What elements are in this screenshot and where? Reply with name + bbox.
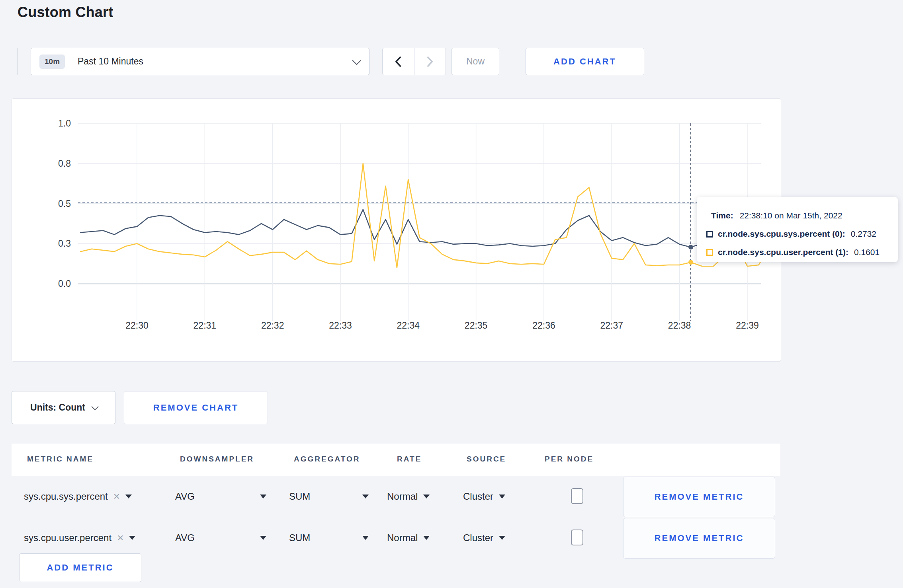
clear-metric-icon[interactable]: × — [117, 532, 123, 543]
caret-down-icon[interactable] — [260, 536, 266, 540]
caret-down-icon — [129, 536, 135, 540]
tooltip-series-name: cr.node.sys.cpu.sys.percent (0): — [718, 229, 845, 239]
metric-name-value: sys.cpu.sys.percent — [24, 491, 108, 502]
chart-card: 0.00.30.50.81.022:3022:3122:3222:3322:34… — [12, 98, 781, 362]
custom-chart-page: Custom Chart 10m Past 10 Minutes Now ADD… — [0, 0, 903, 588]
chevron-down-icon — [91, 403, 98, 410]
caret-down-icon — [125, 495, 132, 498]
crosshair-point — [688, 260, 693, 265]
units-select[interactable]: Units: Count — [12, 391, 115, 424]
tooltip-series-value: 0.1601 — [854, 247, 880, 257]
tooltip-series-row: cr.node.sys.cpu.user.percent (1): 0.1601 — [706, 245, 898, 259]
aggregator-select[interactable]: SUM — [289, 517, 310, 559]
add-chart-button[interactable]: ADD CHART — [526, 48, 644, 75]
downsampler-select[interactable]: AVG — [175, 476, 195, 517]
metric-row: sys.cpu.sys.percent × AVG SUM Normal Clu… — [12, 476, 780, 517]
page-title: Custom Chart — [18, 4, 113, 21]
tooltip-time-row: Time: 22:38:10 on Mar 15th, 2022 — [706, 209, 898, 222]
y-axis-tick-label: 0.5 — [58, 199, 71, 209]
now-button[interactable]: Now — [452, 48, 499, 75]
col-header-downsampler: DOWNSAMPLER — [180, 455, 254, 463]
series-swatch-icon — [706, 231, 713, 238]
remove-metric-button[interactable]: REMOVE METRIC — [623, 518, 775, 559]
x-axis-tick-label: 22:37 — [600, 320, 624, 331]
next-range-button[interactable] — [414, 48, 446, 75]
rate-select[interactable]: Normal — [387, 517, 430, 559]
col-header-metric-name: METRIC NAME — [27, 455, 94, 463]
cpu-usage-chart[interactable]: 0.00.30.50.81.022:3022:3122:3222:3322:34… — [12, 99, 781, 361]
time-range-badge: 10m — [39, 55, 65, 69]
units-label: Units: Count — [30, 402, 85, 413]
crosshair-point — [688, 245, 693, 249]
aggregator-select[interactable]: SUM — [289, 476, 310, 517]
caret-down-icon — [499, 495, 505, 498]
remove-metric-button[interactable]: REMOVE METRIC — [623, 477, 775, 517]
time-range-select[interactable]: 10m Past 10 Minutes — [31, 48, 369, 75]
caret-down-icon[interactable] — [362, 495, 369, 498]
caret-down-icon — [499, 536, 505, 540]
per-node-checkbox[interactable] — [571, 530, 583, 545]
tooltip-series-name: cr.node.sys.cpu.user.percent (1): — [718, 247, 848, 257]
chevron-right-icon — [424, 55, 436, 68]
remove-chart-button[interactable]: REMOVE CHART — [124, 391, 268, 424]
downsampler-value: AVG — [175, 491, 195, 502]
series-line — [80, 210, 770, 247]
x-axis-tick-label: 22:30 — [125, 320, 149, 331]
source-value: Cluster — [463, 532, 493, 543]
series-line — [80, 164, 770, 268]
tooltip-series-row: cr.node.sys.cpu.sys.percent (0): 0.2732 — [706, 227, 898, 241]
source-select[interactable]: Cluster — [463, 517, 505, 559]
y-axis-tick-label: 0.3 — [58, 238, 71, 249]
tooltip-series-value: 0.2732 — [851, 229, 876, 239]
chevron-down-icon — [352, 56, 362, 65]
rate-value: Normal — [387, 491, 418, 502]
aggregator-value: SUM — [289, 532, 310, 543]
clear-metric-icon[interactable]: × — [113, 491, 120, 502]
caret-down-icon — [423, 536, 430, 540]
x-axis-tick-label: 22:34 — [397, 320, 420, 331]
col-header-rate: RATE — [397, 455, 422, 463]
source-value: Cluster — [463, 491, 493, 502]
caret-down-icon[interactable] — [260, 495, 266, 498]
x-axis-tick-label: 22:35 — [465, 320, 488, 331]
remove-metric-label: REMOVE METRIC — [655, 492, 744, 502]
x-axis-tick-label: 22:38 — [668, 320, 691, 331]
remove-metric-label: REMOVE METRIC — [655, 533, 744, 543]
x-axis-tick-label: 22:32 — [261, 320, 284, 331]
chevron-left-icon — [393, 55, 404, 68]
y-axis-tick-label: 0.0 — [58, 278, 71, 289]
col-header-per-node: PER NODE — [545, 455, 594, 463]
y-axis-tick-label: 1.0 — [58, 118, 71, 129]
per-node-checkbox[interactable] — [571, 488, 583, 504]
caret-down-icon[interactable] — [362, 536, 369, 540]
rate-select[interactable]: Normal — [387, 476, 430, 517]
tooltip-time-label: Time: — [711, 211, 733, 220]
metrics-table-header: METRIC NAME DOWNSAMPLER AGGREGATOR RATE … — [12, 444, 780, 476]
x-axis-tick-label: 22:33 — [329, 320, 352, 331]
time-range-label: Past 10 Minutes — [78, 56, 143, 67]
prev-range-button[interactable] — [383, 48, 414, 75]
source-select[interactable]: Cluster — [463, 476, 505, 517]
rate-value: Normal — [387, 532, 418, 543]
downsampler-select[interactable]: AVG — [175, 517, 195, 559]
series-swatch-icon — [706, 249, 713, 256]
x-axis-tick-label: 22:31 — [194, 320, 217, 331]
y-axis-tick-label: 0.8 — [58, 158, 71, 169]
col-header-aggregator: AGGREGATOR — [294, 455, 360, 463]
aggregator-value: SUM — [289, 491, 310, 502]
metric-name-select[interactable]: sys.cpu.sys.percent × — [24, 476, 132, 517]
toolbar-divider — [18, 48, 18, 75]
downsampler-value: AVG — [175, 532, 195, 543]
col-header-source: SOURCE — [467, 455, 506, 463]
metric-name-select[interactable]: sys.cpu.user.percent × — [24, 517, 135, 559]
caret-down-icon — [423, 495, 430, 498]
x-axis-tick-label: 22:36 — [532, 320, 555, 331]
chart-tooltip: Time: 22:38:10 on Mar 15th, 2022 cr.node… — [697, 197, 898, 262]
time-nav-group — [382, 48, 446, 75]
metric-row: sys.cpu.user.percent × AVG SUM Normal Cl… — [12, 517, 780, 559]
add-metric-button[interactable]: ADD METRIC — [19, 553, 141, 582]
x-axis-tick-label: 22:39 — [736, 320, 759, 331]
metric-name-value: sys.cpu.user.percent — [24, 532, 111, 543]
tooltip-time-value: 22:38:10 on Mar 15th, 2022 — [740, 211, 842, 220]
